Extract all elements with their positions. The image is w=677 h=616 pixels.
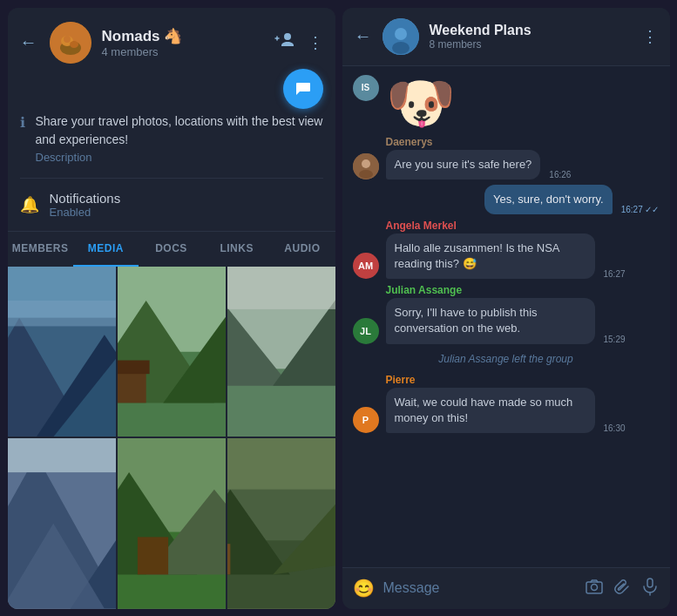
media-grid bbox=[8, 267, 335, 609]
svg-rect-10 bbox=[8, 301, 116, 326]
julian-time: 15:29 bbox=[604, 335, 626, 344]
tab-members[interactable]: MEMBERS bbox=[8, 232, 73, 267]
daenerys-time: 16:26 bbox=[549, 170, 571, 179]
right-header: ← Weekend Plans 8 members ⋮ bbox=[342, 8, 670, 66]
svg-point-4 bbox=[70, 41, 78, 48]
svg-point-42 bbox=[362, 159, 370, 168]
svg-rect-37 bbox=[227, 544, 230, 574]
chat-back-button[interactable]: ← bbox=[355, 26, 372, 46]
notifications-title: Notifications bbox=[50, 191, 121, 206]
svg-rect-16 bbox=[118, 360, 150, 374]
media-cell-3[interactable] bbox=[227, 267, 335, 437]
system-message: Julian Assange left the group bbox=[353, 349, 660, 369]
tabs-row: MEMBERS MEDIA DOCS LINKS AUDIO bbox=[8, 231, 335, 267]
message-row-angela: AM Angela Merkel Hallo alle zusammen! Is… bbox=[353, 220, 660, 279]
svg-point-40 bbox=[392, 42, 410, 54]
daenerys-bubble: Are you sure it's safe here? bbox=[386, 150, 541, 179]
svg-point-45 bbox=[591, 584, 597, 590]
group-name: Nomads 🐴 bbox=[102, 27, 183, 45]
julian-name: Julian Assange bbox=[386, 284, 626, 296]
description-label: Description bbox=[36, 151, 323, 164]
description-text: Share your travel photos, locations with… bbox=[36, 112, 323, 149]
chat-more-button[interactable]: ⋮ bbox=[642, 27, 658, 46]
svg-point-39 bbox=[395, 28, 407, 40]
camera-button[interactable] bbox=[585, 577, 604, 600]
chat-members-count: 8 members bbox=[430, 38, 632, 51]
message-row-outgoing: Yes, sure, don't worry. 16:27 ✓✓ bbox=[353, 185, 660, 214]
message-row-julian: JL Julian Assange Sorry, I'll have to pu… bbox=[353, 284, 660, 343]
tab-audio[interactable]: AUDIO bbox=[269, 232, 335, 267]
svg-rect-31 bbox=[137, 537, 167, 574]
media-cell-6[interactable] bbox=[227, 438, 335, 609]
emoji-button[interactable]: 😊 bbox=[353, 578, 375, 599]
group-info: Nomads 🐴 4 members bbox=[50, 22, 183, 64]
left-panel: ← Nomads 🐴 4 members bbox=[8, 8, 335, 609]
angela-name: Angela Merkel bbox=[386, 220, 626, 232]
is-avatar: IS bbox=[353, 75, 379, 101]
svg-point-3 bbox=[64, 36, 71, 43]
message-placeholder: Message bbox=[383, 580, 440, 596]
pierre-avatar: P bbox=[353, 407, 379, 433]
mic-button[interactable] bbox=[640, 577, 660, 600]
angela-time: 16:27 bbox=[604, 269, 626, 279]
tab-media[interactable]: MEDIA bbox=[73, 232, 139, 267]
daenerys-name: Daenerys bbox=[386, 136, 572, 148]
notifications-row[interactable]: 🔔 Notifications Enabled bbox=[8, 179, 335, 231]
daenerys-avatar bbox=[353, 153, 379, 179]
group-members-count: 4 members bbox=[102, 45, 183, 58]
tab-links[interactable]: LINKS bbox=[204, 232, 269, 267]
media-cell-2[interactable] bbox=[118, 267, 226, 437]
sticker-container: 🐶 bbox=[386, 75, 456, 131]
media-cell-5[interactable] bbox=[118, 438, 226, 609]
angela-avatar: AM bbox=[353, 253, 379, 279]
right-panel: ← Weekend Plans 8 members ⋮ IS 🐶 bbox=[342, 8, 670, 609]
chat-avatar bbox=[383, 18, 419, 55]
attach-button[interactable] bbox=[613, 577, 632, 600]
media-cell-1[interactable] bbox=[8, 267, 116, 437]
media-cell-4[interactable] bbox=[8, 438, 116, 609]
svg-rect-21 bbox=[227, 267, 335, 309]
more-options-button[interactable]: ⋮ bbox=[308, 33, 323, 52]
pierre-bubble: Wait, we could have made so much money o… bbox=[386, 388, 595, 433]
info-icon: ℹ bbox=[20, 114, 25, 164]
tab-docs[interactable]: DOCS bbox=[139, 232, 204, 267]
message-row-daenerys: Daenerys Are you sure it's safe here? 16… bbox=[353, 136, 660, 179]
chat-name: Weekend Plans bbox=[430, 23, 632, 38]
description-row: ℹ Share your travel photos, locations wi… bbox=[8, 105, 335, 178]
pierre-time: 16:30 bbox=[604, 423, 626, 433]
profile-section bbox=[8, 78, 335, 105]
outgoing-bubble: Yes, sure, don't worry. bbox=[484, 185, 613, 214]
add-user-button[interactable] bbox=[274, 30, 294, 54]
header-icons: ⋮ bbox=[274, 30, 323, 54]
notifications-status: Enabled bbox=[50, 206, 121, 219]
svg-point-43 bbox=[359, 170, 373, 179]
julian-avatar: JL bbox=[353, 318, 379, 344]
sticker-row: IS 🐶 bbox=[353, 75, 660, 131]
angela-bubble: Hallo alle zusammen! Is the NSA reading … bbox=[386, 234, 595, 279]
sticker-emoji: 🐶 bbox=[386, 75, 456, 131]
julian-bubble: Sorry, I'll have to publish this convers… bbox=[386, 298, 595, 343]
pierre-name: Pierre bbox=[386, 374, 626, 386]
bell-icon: 🔔 bbox=[20, 195, 39, 214]
back-button[interactable]: ← bbox=[20, 32, 37, 52]
svg-rect-25 bbox=[8, 438, 116, 472]
messages-area[interactable]: IS 🐶 Daenerys Are you sure i bbox=[342, 66, 670, 567]
message-fab-button[interactable] bbox=[283, 69, 323, 109]
message-row-pierre: P Pierre Wait, we could have made so muc… bbox=[353, 374, 660, 433]
group-avatar bbox=[50, 22, 91, 64]
svg-rect-46 bbox=[647, 579, 653, 587]
svg-rect-36 bbox=[227, 438, 335, 490]
input-bar: 😊 Message bbox=[342, 567, 670, 609]
outgoing-time: 16:27 ✓✓ bbox=[621, 205, 660, 214]
left-header: ← Nomads 🐴 4 members bbox=[8, 8, 335, 78]
